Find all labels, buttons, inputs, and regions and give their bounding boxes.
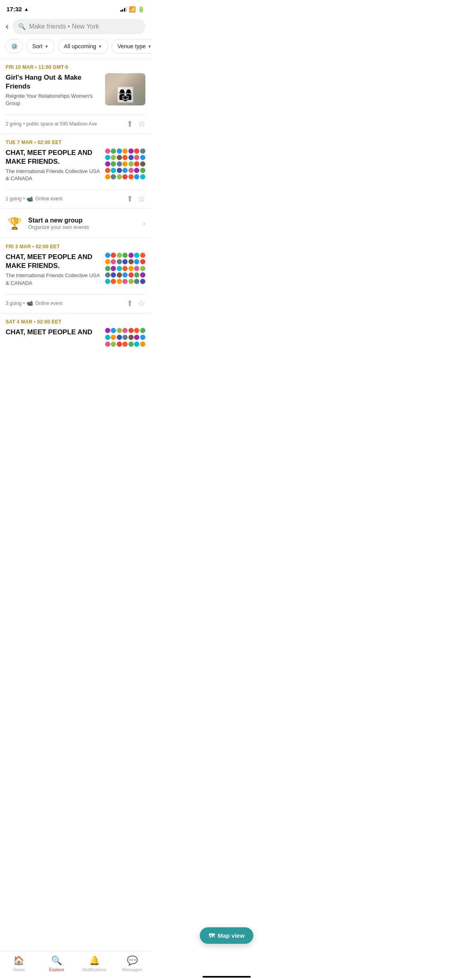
event-title: CHAT, MEET PEOPLE AND MAKE FRIENDS. xyxy=(6,253,101,270)
filter-row: ⚙️ Sort ▼ All upcoming ▼ Venue type ▼ xyxy=(0,39,151,58)
event-meta: 1 going • 📹 Online event xyxy=(6,196,62,202)
status-icons: 📶 🔋 xyxy=(120,6,145,12)
battery-icon: 🔋 xyxy=(138,6,145,12)
event-date: TUE 7 MAR • 02:00 EET xyxy=(6,140,145,145)
chevron-right-icon: › xyxy=(143,219,145,228)
status-bar: 17:32 ▲ 📶 🔋 xyxy=(0,0,151,16)
event-date: SAT 4 MAR • 02:00 EET xyxy=(6,319,145,325)
filter-venue-button[interactable]: Venue type ▼ xyxy=(112,39,151,54)
share-button[interactable]: ⬆ xyxy=(126,194,133,204)
trophy-icon: 🏆 xyxy=(6,214,23,232)
search-icon: 🔍 xyxy=(18,23,26,30)
event-card: TUE 7 MAR • 02:00 EET CHAT, MEET PEOPLE … xyxy=(0,134,151,209)
event-body: CHAT, MEET PEOPLE AND xyxy=(6,328,145,348)
search-bar[interactable]: 🔍 Make friends • New York xyxy=(12,19,145,34)
search-header: ‹ 🔍 Make friends • New York xyxy=(0,16,151,39)
event-organizer: Reignite Your Relationships Women's Grou… xyxy=(6,93,101,107)
event-card: FRI 10 MAR • 11:00 GMT-5 Girl's Hang Out… xyxy=(0,59,151,134)
bookmark-button[interactable]: ☆ xyxy=(138,299,145,308)
new-group-text: Start a new group Organize your own even… xyxy=(28,217,89,230)
chevron-down-icon: ▼ xyxy=(98,44,102,49)
event-thumbnail xyxy=(105,73,145,105)
event-body: Girl's Hang Out & Make Friends Reignite … xyxy=(6,73,145,111)
event-title: CHAT, MEET PEOPLE AND MAKE FRIENDS. xyxy=(6,148,101,166)
filter-upcoming-button[interactable]: All upcoming ▼ xyxy=(58,39,108,54)
filter-sort-button[interactable]: Sort ▼ xyxy=(26,39,55,54)
event-info: Girl's Hang Out & Make Friends Reignite … xyxy=(6,73,101,111)
event-body: CHAT, MEET PEOPLE AND MAKE FRIENDS. The … xyxy=(6,253,145,291)
event-organizer: The international Friends Collective USA… xyxy=(6,272,101,286)
new-group-left: 🏆 Start a new group Organize your own ev… xyxy=(6,214,89,232)
share-button[interactable]: ⬆ xyxy=(126,119,133,129)
event-footer: 3 going • 📹 Online event ⬆ ☆ xyxy=(6,294,145,313)
chevron-down-icon: ▼ xyxy=(45,44,49,49)
event-title: CHAT, MEET PEOPLE AND xyxy=(6,328,101,337)
new-group-card[interactable]: 🏆 Start a new group Organize your own ev… xyxy=(0,209,151,238)
chevron-down-icon: ▼ xyxy=(148,44,151,49)
new-group-title: Start a new group xyxy=(28,217,89,224)
adjust-icon: ⚙️ xyxy=(11,43,18,49)
event-date: FRI 3 MAR • 02:00 EET xyxy=(6,244,145,249)
event-info: CHAT, MEET PEOPLE AND MAKE FRIENDS. The … xyxy=(6,253,101,291)
filter-adjust-button[interactable]: ⚙️ xyxy=(6,39,23,54)
location-arrow-icon: ▲ xyxy=(24,6,29,12)
signal-bars-icon xyxy=(120,7,127,12)
event-card-partial: SAT 4 MAR • 02:00 EET CHAT, MEET PEOPLE … xyxy=(0,313,151,350)
event-body: CHAT, MEET PEOPLE AND MAKE FRIENDS. The … xyxy=(6,148,145,187)
avatars-collage xyxy=(105,253,145,285)
video-icon: 📹 xyxy=(27,196,33,202)
event-card: FRI 3 MAR • 02:00 EET CHAT, MEET PEOPLE … xyxy=(0,238,151,313)
event-meta: 2 going • public space at 590 Madison Av… xyxy=(6,121,97,127)
share-button[interactable]: ⬆ xyxy=(126,299,133,308)
event-actions: ⬆ ☆ xyxy=(126,194,145,204)
event-footer: 2 going • public space at 590 Madison Av… xyxy=(6,115,145,134)
video-icon: 📹 xyxy=(27,300,33,306)
status-time: 17:32 ▲ xyxy=(6,6,29,12)
event-title: Girl's Hang Out & Make Friends xyxy=(6,73,101,91)
event-date: FRI 10 MAR • 11:00 GMT-5 xyxy=(6,64,145,70)
new-group-subtitle: Organize your own events xyxy=(28,224,89,230)
event-info: CHAT, MEET PEOPLE AND xyxy=(6,328,101,338)
event-footer: 1 going • 📹 Online event ⬆ ☆ xyxy=(6,190,145,208)
event-info: CHAT, MEET PEOPLE AND MAKE FRIENDS. The … xyxy=(6,148,101,187)
bookmark-button[interactable]: ☆ xyxy=(138,119,145,129)
bookmark-button[interactable]: ☆ xyxy=(138,194,145,204)
avatars-collage xyxy=(105,328,145,348)
search-text: Make friends • New York xyxy=(29,23,99,30)
event-meta: 3 going • 📹 Online event xyxy=(6,300,62,306)
back-button[interactable]: ‹ xyxy=(6,21,8,32)
wifi-icon: 📶 xyxy=(129,6,136,12)
event-actions: ⬆ ☆ xyxy=(126,299,145,308)
event-organizer: The international Friends Collective USA… xyxy=(6,168,101,182)
event-actions: ⬆ ☆ xyxy=(126,119,145,129)
avatars-collage xyxy=(105,148,145,181)
